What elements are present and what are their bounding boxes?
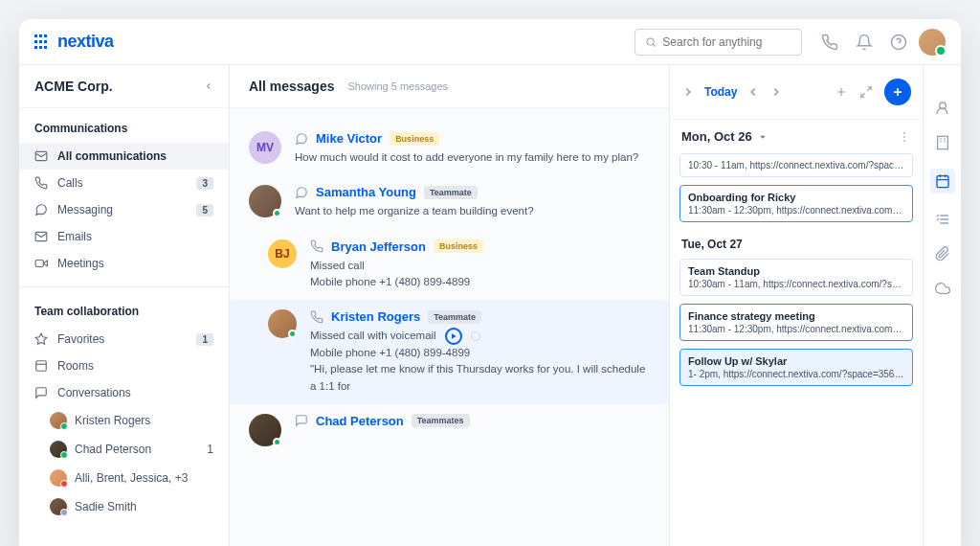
chevron-left-icon[interactable]	[204, 81, 213, 91]
conversation-item[interactable]: Alli, Brent, Jessica, +3	[19, 464, 229, 492]
avatar: MV	[249, 131, 281, 164]
message-sender: Kristen Rogers	[331, 309, 420, 324]
phone-icon	[34, 176, 48, 190]
calendar-event[interactable]: Finance strategy meeting 11:30am - 12:30…	[679, 304, 913, 341]
nav-label: Emails	[57, 230, 92, 243]
expand-icon[interactable]	[859, 85, 873, 99]
nav-badge: 3	[196, 177, 213, 190]
message-text: Mobile phone +1 (480) 899-4899	[310, 345, 650, 361]
workspace-name: ACME Corp.	[34, 79, 113, 94]
calendar-day-label: Tue, Oct 27	[679, 230, 913, 259]
nav-label: Favorites	[57, 332, 104, 346]
message-item[interactable]: Chad Peterson Teammates	[230, 404, 669, 456]
chevron-down-icon[interactable]	[758, 132, 768, 142]
room-icon	[34, 359, 48, 373]
topbar: nextiva	[19, 19, 961, 65]
profile-icon[interactable]	[934, 100, 951, 117]
more-icon[interactable]	[898, 130, 911, 144]
nav-label: Rooms	[57, 359, 94, 373]
calendar-scroll[interactable]: 10:30 - 11am, https://connect.nextiva.co…	[670, 153, 923, 546]
svg-marker-18	[760, 135, 765, 138]
nav-conversations[interactable]: Conversations	[19, 379, 229, 406]
nav-label: Calls	[57, 176, 83, 190]
calendar-event[interactable]: Team Standup 10:30am - 11am, https://con…	[679, 259, 913, 296]
center-panel: All messages Showing 5 messages MV Mike …	[230, 65, 669, 546]
section-title-collab: Team collaboration	[19, 291, 229, 326]
message-sender: Mike Victor	[316, 131, 382, 146]
message-item[interactable]: MV Mike Victor Business How much would i…	[230, 122, 669, 175]
conversation-icon	[34, 386, 48, 399]
brand-logo: nextiva	[57, 32, 114, 52]
sidebar-left: ACME Corp. Communications All communicat…	[19, 65, 230, 546]
avatar: BJ	[268, 239, 297, 268]
event-detail: 11:30am - 12:30pm, https://connect.nexti…	[688, 324, 904, 334]
global-search[interactable]	[635, 29, 802, 56]
svg-marker-7	[43, 261, 47, 266]
calendar-event[interactable]: 10:30 - 11am, https://connect.nextiva.co…	[679, 153, 913, 177]
cloud-icon[interactable]	[934, 280, 951, 297]
event-title: Follow Up w/ Skylar	[688, 355, 904, 367]
attachment-icon[interactable]	[934, 245, 951, 262]
apps-grid-icon[interactable]	[34, 34, 50, 50]
nav-messaging[interactable]: Messaging 5	[19, 196, 229, 223]
nav-label: All communications	[57, 149, 167, 163]
nav-meetings[interactable]: Meetings	[19, 250, 229, 277]
event-detail: 10:30 - 11am, https://connect.nextiva.co…	[688, 160, 904, 171]
conversation-item[interactable]: Sadie Smith	[19, 492, 229, 521]
event-detail: 11:30am - 12:30pm, https://connect.nexti…	[688, 205, 904, 216]
calendar-date-row: Mon, Oct 26	[670, 120, 923, 153]
conversation-label: Kristen Rogers	[75, 414, 150, 427]
building-icon[interactable]	[934, 134, 951, 151]
search-icon	[645, 35, 657, 49]
help-icon[interactable]	[890, 34, 907, 51]
calendar-event[interactable]: Onboarding for Ricky 11:30am - 12:30pm, …	[679, 185, 913, 222]
chevron-left-icon[interactable]	[746, 85, 760, 99]
nav-favorites[interactable]: Favorites 1	[19, 326, 229, 353]
message-sender: Samantha Young	[316, 185, 416, 199]
star-icon	[34, 332, 48, 346]
message-list: MV Mike Victor Business How much would i…	[230, 108, 669, 546]
nav-emails[interactable]: Emails	[19, 223, 229, 250]
svg-marker-8	[35, 333, 47, 344]
nav-label: Conversations	[57, 386, 131, 399]
user-avatar[interactable]	[919, 29, 946, 56]
event-title: Team Standup	[688, 265, 904, 277]
svg-rect-9	[36, 361, 47, 372]
top-icon-group	[821, 34, 907, 51]
message-text: Missed call with voicemail	[310, 328, 650, 345]
add-event-button[interactable]	[884, 79, 911, 105]
mail-icon	[34, 149, 48, 163]
calendar-icon[interactable]	[930, 169, 955, 193]
bell-icon[interactable]	[856, 34, 873, 51]
search-input[interactable]	[662, 35, 791, 49]
conversation-item[interactable]: Chad Peterson 1	[19, 435, 229, 464]
message-item[interactable]: Samantha Young Teammate Want to help me …	[230, 175, 669, 229]
avatar	[50, 441, 67, 458]
nav-calls[interactable]: Calls 3	[19, 170, 229, 196]
message-item[interactable]: BJ Bryan Jefferson Business Missed call …	[230, 230, 669, 301]
chevron-right-icon[interactable]	[681, 85, 695, 99]
today-button[interactable]: Today	[704, 85, 737, 99]
chat-icon	[295, 132, 308, 146]
message-sender: Bryan Jefferson	[331, 239, 426, 254]
plus-icon[interactable]	[835, 85, 848, 99]
chevron-right-icon[interactable]	[769, 85, 783, 99]
svg-rect-6	[35, 261, 43, 267]
calendar-event-selected[interactable]: Follow Up w/ Skylar 1- 2pm, https://conn…	[679, 349, 913, 386]
center-title: All messages	[249, 79, 335, 94]
nav-rooms[interactable]: Rooms	[19, 353, 229, 379]
conversation-item[interactable]: Kristen Rogers	[19, 406, 229, 435]
message-text: Want to help me organize a team building…	[295, 203, 650, 219]
nav-all-communications[interactable]: All communications	[19, 143, 229, 170]
calendar-header: Today	[670, 65, 923, 120]
center-subtitle: Showing 5 messages	[348, 80, 449, 92]
svg-line-14	[867, 87, 871, 91]
conversation-label: Sadie Smith	[75, 500, 137, 513]
svg-marker-11	[452, 333, 457, 338]
tasks-icon[interactable]	[934, 211, 951, 228]
calendar-date[interactable]: Mon, Oct 26	[681, 129, 752, 144]
phone-icon[interactable]	[821, 34, 838, 51]
message-item-selected[interactable]: Kristen Rogers Teammate Missed call with…	[230, 300, 669, 404]
play-voicemail-button[interactable]	[445, 328, 462, 345]
workspace-header[interactable]: ACME Corp.	[19, 65, 229, 108]
